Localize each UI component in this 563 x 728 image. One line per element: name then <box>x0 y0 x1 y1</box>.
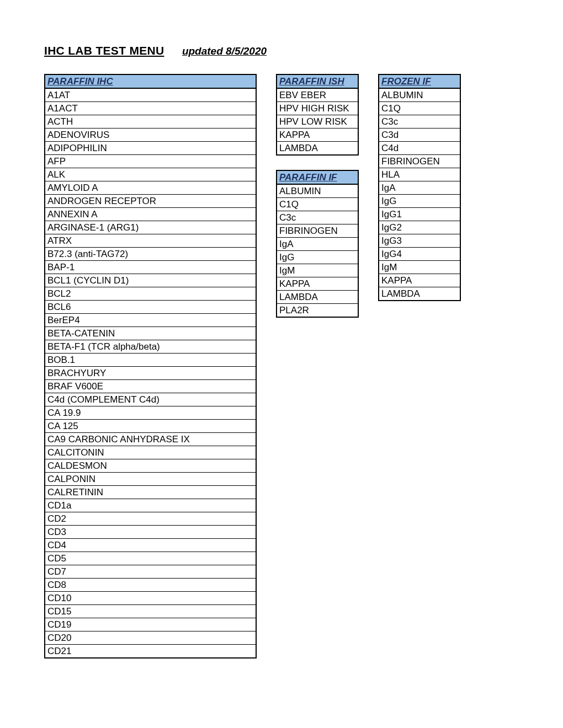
table-cell: IgG1 <box>379 208 460 221</box>
table-row: CALPONIN <box>45 473 256 486</box>
table-cell: A1ACT <box>45 102 256 115</box>
table-cell: CALCITONIN <box>45 446 256 459</box>
table-cell: BOB.1 <box>45 354 256 367</box>
table-row: CD19 <box>45 618 256 631</box>
table-row: BCL2 <box>45 287 256 301</box>
table-row: IgG1 <box>379 208 460 221</box>
table-header: PARAFFIN IHC <box>45 74 256 88</box>
table-cell: LAMBDA <box>277 142 358 156</box>
table-cell: BETA-F1 (TCR alpha/beta) <box>45 340 256 354</box>
table-cell: CALRETININ <box>45 486 256 499</box>
table-row: KAPPA <box>277 277 358 291</box>
table-cell: IgM <box>277 264 358 277</box>
table-header: PARAFFIN ISH <box>277 74 358 88</box>
table-cell: ALBUMIN <box>277 184 358 198</box>
table-header: PARAFFIN IF <box>277 170 358 184</box>
spacer <box>276 156 359 170</box>
table-row: CALDESMON <box>45 459 256 473</box>
table-row: CD4 <box>45 539 256 552</box>
table-cell: BCL6 <box>45 301 256 314</box>
table-cell: CALDESMON <box>45 459 256 473</box>
table-cell: IgG <box>379 195 460 208</box>
table-body: EBV EBERHPV HIGH RISKHPV LOW RISKKAPPALA… <box>277 88 358 155</box>
table-cell: CD10 <box>45 592 256 605</box>
table-cell: CA 125 <box>45 420 256 433</box>
table-row: FIBRINOGEN <box>379 155 460 168</box>
table-cell: ANNEXIN A <box>45 208 256 221</box>
table-cell: C3d <box>379 129 460 142</box>
table-cell: IgG3 <box>379 234 460 248</box>
table-row: BRACHYURY <box>45 367 256 380</box>
table-cell: CD8 <box>45 579 256 592</box>
table-row: CD1a <box>45 499 256 512</box>
table-row: CA 19.9 <box>45 406 256 420</box>
table-row: KAPPA <box>277 129 358 142</box>
table-body: ALBUMINC1QC3cC3dC4dFIBRINOGENHLAIgAIgGIg… <box>379 88 460 301</box>
table-row: AMYLOID A <box>45 181 256 195</box>
table-cell: ANDROGEN RECEPTOR <box>45 195 256 208</box>
table-cell: ADENOVIRUS <box>45 129 256 142</box>
table-cell: CD5 <box>45 552 256 565</box>
table-paraffin-if: PARAFFIN IF ALBUMINC1QC3cFIBRINOGENIgAIg… <box>276 170 359 318</box>
table-row: CA 125 <box>45 420 256 433</box>
table-row: C3c <box>379 115 460 129</box>
table-row: FIBRINOGEN <box>277 224 358 238</box>
table-cell: IgA <box>277 238 358 251</box>
table-row: IgA <box>379 181 460 195</box>
table-row: KAPPA <box>379 274 460 287</box>
table-cell: ATRX <box>45 234 256 248</box>
table-cell: CD4 <box>45 539 256 552</box>
table-cell: BCL2 <box>45 287 256 301</box>
table-row: LAMBDA <box>277 142 358 156</box>
table-row: CA9 CARBONIC ANHYDRASE IX <box>45 433 256 446</box>
table-row: ANNEXIN A <box>45 208 256 221</box>
table-cell: HLA <box>379 168 460 181</box>
table-row: CALRETININ <box>45 486 256 499</box>
table-row: IgG <box>379 195 460 208</box>
table-cell: CD3 <box>45 526 256 539</box>
table-row: CD2 <box>45 512 256 526</box>
table-row: IgM <box>379 261 460 274</box>
table-row: C3d <box>379 129 460 142</box>
table-cell: IgG2 <box>379 221 460 234</box>
table-row: IgG3 <box>379 234 460 248</box>
table-row: PLA2R <box>277 304 358 318</box>
table-row: C4d (COMPLEMENT C4d) <box>45 393 256 406</box>
table-cell: ADIPOPHILIN <box>45 142 256 155</box>
table-cell: FIBRINOGEN <box>379 155 460 168</box>
table-row: LAMBDA <box>277 291 358 304</box>
table-row: BerEP4 <box>45 314 256 327</box>
table-cell: IgG <box>277 251 358 264</box>
table-row: C1Q <box>379 102 460 115</box>
table-cell: HPV HIGH RISK <box>277 102 358 115</box>
table-paraffin-ihc: PARAFFIN IHC A1ATA1ACTACTHADENOVIRUSADIP… <box>44 74 257 659</box>
table-cell: CD15 <box>45 605 256 618</box>
table-cell: KAPPA <box>277 129 358 142</box>
table-row: CD7 <box>45 565 256 579</box>
table-cell: BerEP4 <box>45 314 256 327</box>
table-cell: ACTH <box>45 115 256 129</box>
table-row: ADIPOPHILIN <box>45 142 256 155</box>
table-cell: ARGINASE-1 (ARG1) <box>45 221 256 234</box>
table-row: HPV HIGH RISK <box>277 102 358 115</box>
table-row: BCL6 <box>45 301 256 314</box>
table-cell: IgM <box>379 261 460 274</box>
table-row: C4d <box>379 142 460 155</box>
table-row: IgA <box>277 238 358 251</box>
table-cell: PLA2R <box>277 304 358 318</box>
table-row: ARGINASE-1 (ARG1) <box>45 221 256 234</box>
table-row: BETA-F1 (TCR alpha/beta) <box>45 340 256 354</box>
table-cell: C4d <box>379 142 460 155</box>
page-title: IHC LAB TEST MENU <box>44 44 164 57</box>
table-row: IgM <box>277 264 358 277</box>
table-row: B72.3 (anti-TAG72) <box>45 248 256 261</box>
table-row: A1AT <box>45 88 256 102</box>
table-cell: FIBRINOGEN <box>277 224 358 238</box>
table-cell: C4d (COMPLEMENT C4d) <box>45 393 256 406</box>
table-row: A1ACT <box>45 102 256 115</box>
table-cell: AFP <box>45 155 256 168</box>
table-row: AFP <box>45 155 256 168</box>
table-row: C1Q <box>277 198 358 211</box>
title-row: IHC LAB TEST MENU updated 8/5/2020 <box>44 44 519 57</box>
column-right: FROZEN IF ALBUMINC1QC3cC3dC4dFIBRINOGENH… <box>378 74 461 301</box>
